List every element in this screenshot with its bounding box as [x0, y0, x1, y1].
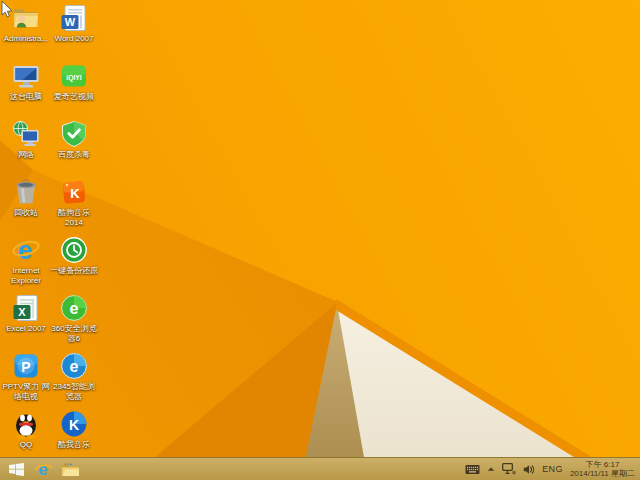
windows-logo-icon — [9, 463, 24, 476]
svg-text:W: W — [65, 16, 76, 28]
show-hidden-icons-button[interactable] — [487, 466, 495, 472]
desktop-icon-2345-smart-browser[interactable]: e 2345智能浏览器 — [50, 350, 98, 408]
desktop-icon-word-2007[interactable]: W Word 2007 — [50, 2, 98, 60]
desktop-icon-grid: Administra... W Word 2007 这台电脑 iQIYI 爱奇艺… — [2, 2, 98, 466]
clock-date: 2014/11/11 星期二 — [570, 469, 635, 478]
svg-text:e: e — [38, 461, 47, 478]
kuwo-music-icon: K — [59, 409, 89, 439]
svg-text:X: X — [18, 306, 26, 318]
svg-text:K: K — [70, 186, 80, 201]
desktop-icon-360-safe-browser-6[interactable]: e 360安全浏览器6 — [50, 292, 98, 350]
desktop-icon-label: 360安全浏览器6 — [50, 324, 98, 343]
desktop-icon-internet-explorer[interactable]: e Internet Explorer — [2, 234, 50, 292]
2345-smart-browser-icon: e — [59, 351, 89, 381]
360-safe-browser-6-icon: e — [59, 293, 89, 323]
clock-time: 下午 6:17 — [570, 460, 635, 469]
desktop-icon-label: Word 2007 — [55, 34, 94, 44]
kugou-music-2014-icon: K — [59, 177, 89, 207]
svg-text:e: e — [18, 235, 32, 265]
desktop-icon-recycle-bin[interactable]: 回收站 — [2, 176, 50, 234]
svg-text:iQIYI: iQIYI — [66, 74, 82, 82]
desktop: Administra... W Word 2007 这台电脑 iQIYI 爱奇艺… — [0, 0, 640, 480]
desktop-icon-label: Internet Explorer — [2, 266, 50, 285]
taskbar-file-explorer-button[interactable] — [57, 458, 84, 480]
desktop-icon-kugou-music-2014[interactable]: K 酷狗音乐 2014 — [50, 176, 98, 234]
start-button[interactable] — [3, 458, 30, 480]
desktop-icon-excel-2007[interactable]: X Excel 2007 — [2, 292, 50, 350]
internet-explorer-icon: e — [11, 235, 41, 265]
pptv-icon: P — [11, 351, 41, 381]
taskbar-internet-explorer-button[interactable]: e — [30, 458, 57, 480]
touch-keyboard-icon[interactable] — [465, 464, 480, 475]
desktop-icon-label: 爱奇艺视频 — [54, 92, 94, 102]
taskbar-clock[interactable]: 下午 6:17 2014/11/11 星期二 — [570, 460, 635, 478]
chevron-up-icon — [487, 466, 495, 472]
administrator-folder-icon — [11, 3, 41, 33]
svg-text:K: K — [69, 417, 79, 433]
svg-text:e: e — [70, 358, 79, 375]
iqiyi-video-icon: iQIYI — [59, 61, 89, 91]
this-pc-icon — [11, 61, 41, 91]
desktop-icon-baidu-antivirus[interactable]: 百度杀毒 — [50, 118, 98, 176]
desktop-icon-label: PPTV聚力 网络电视 — [2, 382, 50, 401]
volume-icon[interactable] — [523, 464, 535, 475]
svg-text:P: P — [21, 359, 30, 375]
taskbar: e — [0, 457, 640, 480]
desktop-icon-label: 网络 — [18, 150, 34, 160]
desktop-icon-label: Administra... — [4, 34, 48, 44]
desktop-icon-this-pc[interactable]: 这台电脑 — [2, 60, 50, 118]
desktop-icon-label: 百度杀毒 — [58, 150, 90, 160]
baidu-antivirus-icon — [59, 119, 89, 149]
svg-text:e: e — [70, 300, 79, 317]
system-tray: ENG 下午 6:17 2014/11/11 星期二 — [465, 460, 640, 478]
desktop-icon-label: 酷狗音乐 2014 — [50, 208, 98, 227]
desktop-icon-label: 酷我音乐 — [58, 440, 90, 450]
excel-2007-icon: X — [11, 293, 41, 323]
network-icon — [11, 119, 41, 149]
desktop-icon-label: 回收站 — [14, 208, 38, 218]
word-2007-icon: W — [59, 3, 89, 33]
desktop-icon-network[interactable]: 网络 — [2, 118, 50, 176]
desktop-icon-onekey-backup-restore[interactable]: 一键备份还原 — [50, 234, 98, 292]
desktop-icon-iqiyi-video[interactable]: iQIYI 爱奇艺视频 — [50, 60, 98, 118]
desktop-icon-pptv[interactable]: P PPTV聚力 网络电视 — [2, 350, 50, 408]
desktop-icon-label: 2345智能浏览器 — [50, 382, 98, 401]
internet-explorer-icon: e — [34, 461, 53, 478]
network-status-icon[interactable] — [502, 463, 516, 475]
desktop-icon-administrator-folder[interactable]: Administra... — [2, 2, 50, 60]
language-indicator[interactable]: ENG — [542, 464, 563, 474]
desktop-icon-label: 一键备份还原 — [50, 266, 98, 276]
desktop-icon-label: QQ — [20, 440, 32, 450]
desktop-icon-label: Excel 2007 — [6, 324, 46, 334]
qq-icon — [11, 409, 41, 439]
onekey-backup-restore-icon — [59, 235, 89, 265]
recycle-bin-icon — [11, 177, 41, 207]
file-explorer-icon — [61, 462, 80, 477]
desktop-icon-label: 这台电脑 — [10, 92, 42, 102]
